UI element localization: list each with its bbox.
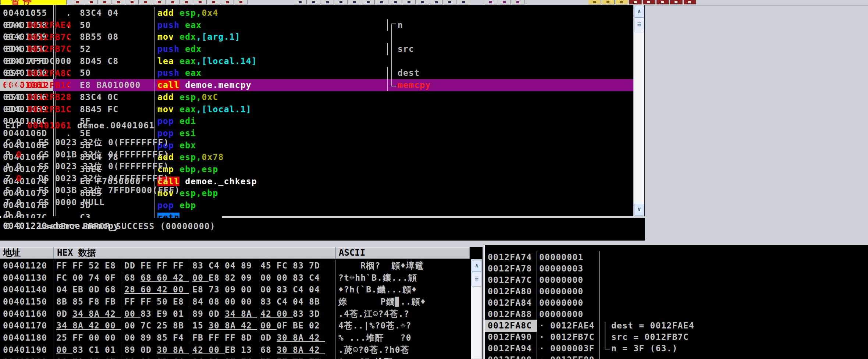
stack-row[interactable]: 0012FA7400000001 [485, 251, 868, 263]
stack-row[interactable]: 0012FA8400000000 [485, 297, 868, 308]
scroll-up-button[interactable]: ∧ [472, 260, 482, 272]
scroll-thumb[interactable]: ≡ [472, 272, 482, 287]
toolbar-button[interactable] [167, 0, 179, 4]
flag-row[interactable]: Z 0 DS 0023 32位 0(FFFFFFFF) [5, 173, 216, 185]
register-row[interactable]: EAX 0012FAE4 [5, 19, 72, 31]
toolbar-button[interactable] [362, 0, 375, 4]
registers-pane[interactable]: 寄存器 (FPU) EAX 0012FAE4ECX 0012FB7CEDX 00… [0, 0, 222, 239]
hex-byte: 8F [225, 356, 241, 359]
stack-row[interactable]: 0012FA8800000000 [485, 308, 868, 320]
disassembly-scrollbar[interactable]: ∧ ≡ ∨ [633, 5, 644, 216]
toolbar-button-icon [394, 1, 397, 3]
toolbar-button[interactable] [140, 0, 152, 4]
dump-row[interactable]: 004011A000F9000F000083C404908FF4FBFFFFFF… [0, 356, 470, 359]
stack-row[interactable]: 0012FA7800000003 [485, 263, 868, 274]
toolbar-button[interactable] [126, 0, 139, 4]
register-row[interactable]: ESI 0012FB28 [5, 91, 72, 103]
dump-ascii-cell: % ...堆酐 ?0 [335, 332, 470, 344]
stack-pane[interactable]: 0012FA74000000010012FA78000000030012FA7C… [484, 245, 868, 359]
toolbar-button[interactable] [485, 0, 497, 4]
flag-name: T [5, 198, 16, 207]
toolbar-button[interactable] [221, 0, 234, 4]
flag-row[interactable]: D 0 [5, 208, 216, 220]
dump-row[interactable]: 004011900083C101890D308A4200EB1368308A42… [0, 344, 470, 356]
toolbar-button[interactable] [349, 0, 361, 4]
toolbar-button[interactable] [113, 0, 125, 4]
flag-row[interactable]: T 0 GS 0000 NULL [5, 196, 216, 209]
toolbar-button[interactable] [235, 0, 248, 4]
register-row[interactable]: EBP 0012FB1C [5, 79, 72, 92]
hex-dump-pane[interactable]: 地址 HEX 数据 ASCII 00401120FFFF52E8DDFEFFFF… [0, 247, 483, 359]
dump-row[interactable]: 0040118025FF0000008985F4FBFFFF8D0D308A42… [0, 332, 470, 344]
toolbar-button[interactable] [616, 0, 628, 4]
toolbar-button[interactable] [458, 0, 470, 4]
scroll-thumb[interactable]: ≡ [634, 18, 644, 32]
dump-header-address[interactable]: 地址 [0, 247, 54, 259]
flag-row[interactable]: A 0 SS 0023 32位 0(FFFFFFFF) [5, 160, 216, 173]
toolbar-button[interactable] [444, 0, 456, 4]
dump-row[interactable]: 004011508B85F8FBFFFF50E88408000083C4048B… [0, 296, 470, 308]
hex-byte: 8D [241, 332, 257, 342]
stack-row[interactable]: 0012FA90· 0012FB7Csrc = 0012FB7C [485, 331, 868, 342]
toolbar-button[interactable] [335, 0, 348, 4]
toolbar-button[interactable] [321, 0, 334, 4]
stack-address-cell: 0012FA78 [485, 263, 537, 275]
toolbar-button[interactable] [85, 0, 98, 4]
dump-row[interactable]: 0040114004EB0D6828604200E87309000083C404… [0, 284, 470, 296]
hex-byte: 60 [157, 272, 173, 282]
flag-row[interactable]: S 0 FS 003B 32位 7FFDF000(FFF) [5, 184, 216, 196]
dump-row[interactable]: 004011600D348A420083E901890D348A4200833D… [0, 308, 470, 320]
stack-row[interactable]: 0012FA8C· 0012FAE4dest = 0012FAE4 [485, 320, 868, 331]
dump-hex-cells: 8B85F8FBFFFF50E88408000083C4048B [53, 296, 335, 306]
toolbar-button[interactable] [643, 0, 655, 4]
dump-header-hex[interactable]: HEX 数据 [54, 247, 336, 259]
hex-byte: EB [225, 344, 241, 354]
toolbar-button[interactable] [684, 0, 696, 4]
dump-header-ascii[interactable]: ASCII [336, 247, 470, 259]
dump-row[interactable]: 00401170348A4200007C258B15308A42000FBE02… [0, 320, 470, 332]
toolbar-button[interactable] [588, 0, 601, 4]
eip-register-row[interactable]: EIP 00401061 demoe.00401061 [5, 120, 154, 132]
toolbar-button[interactable] [153, 0, 166, 4]
toolbar-button[interactable] [657, 0, 669, 4]
toolbar-button[interactable] [376, 0, 388, 4]
toolbar-button[interactable] [417, 0, 429, 4]
flag-row[interactable]: C 0 ES 0023 32位 0(FFFFFFFF) [5, 136, 216, 149]
toolbar-button[interactable] [629, 0, 642, 4]
stack-row[interactable]: 0012FA94· 0000003Fn = 3F (63.) [485, 342, 868, 354]
flag-row[interactable]: P 0 CS 001B 32位 0(FFFFFFFF) [5, 149, 216, 161]
dump-row[interactable]: 00401130FC00740F6868604200E88209000083C4… [0, 272, 470, 284]
hex-byte-group: 348A4200 [55, 320, 123, 330]
toolbar-button[interactable] [99, 0, 111, 4]
toolbar-button[interactable] [308, 0, 320, 4]
toolbar-button[interactable] [208, 0, 220, 4]
register-row[interactable]: ECX 0012FB7C [5, 31, 72, 43]
toolbar-button[interactable] [403, 0, 416, 4]
hex-byte: FF [140, 296, 157, 306]
stack-row[interactable]: 0012FA98· 0012FF80 [485, 354, 868, 359]
stack-row[interactable]: 0012FA8000000000 [485, 285, 868, 297]
scroll-up-button[interactable]: ∧ [634, 6, 644, 18]
stack-row[interactable]: 0012FA7C00000000 [485, 274, 868, 285]
register-row[interactable]: ESP 0012FA8C [5, 67, 72, 79]
toolbar-button[interactable] [294, 0, 307, 4]
hex-byte-group: 890D348A [191, 308, 259, 318]
toolbar-button[interactable] [181, 0, 193, 4]
toolbar-button[interactable] [72, 0, 84, 4]
scroll-down-button[interactable]: ∨ [634, 204, 644, 216]
hex-byte: FF [72, 260, 89, 270]
toolbar-button[interactable] [498, 0, 511, 4]
dump-row[interactable]: 00401120FFFF52E8DDFEFFFF83C4048945FC837D… [0, 260, 470, 272]
register-row[interactable]: EDX 0012FB7C [5, 43, 72, 55]
toolbar-button[interactable] [512, 0, 524, 4]
hex-byte: 42 [309, 344, 325, 354]
toolbar-button[interactable] [389, 0, 402, 4]
toolbar-button[interactable] [602, 0, 615, 4]
dump-scrollbar[interactable]: ∧ ≡ [471, 259, 482, 359]
toolbar-button[interactable] [194, 0, 207, 4]
register-row[interactable]: EDI 0012FB1C [5, 103, 72, 115]
flag-row[interactable]: O 0 LastErr ERROR_SUCCESS (00000000) [5, 220, 216, 232]
register-row[interactable]: EBX 7FFDC000 [5, 55, 72, 67]
toolbar-button[interactable] [670, 0, 683, 4]
toolbar-button[interactable] [430, 0, 443, 4]
